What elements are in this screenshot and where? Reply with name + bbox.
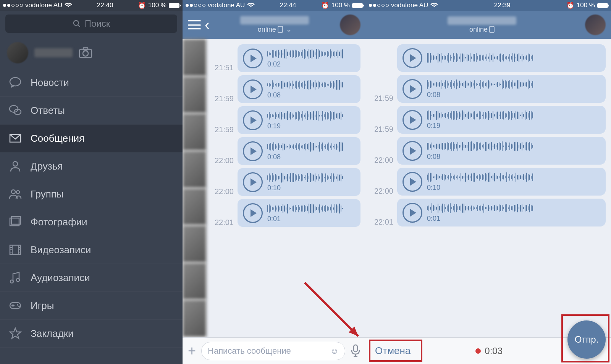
duration-label: 0:10 <box>267 184 355 192</box>
sidebar-item-gamepad[interactable]: Игры <box>0 292 183 320</box>
play-button[interactable] <box>402 48 422 68</box>
play-button[interactable] <box>402 110 422 130</box>
duration-label: 0:01 <box>427 215 600 223</box>
voice-message[interactable]: 0:19 <box>397 106 606 134</box>
carrier-label: vodafone AU <box>391 2 428 9</box>
sidebar-item-replies[interactable]: Ответы <box>0 97 183 125</box>
chat-avatar[interactable] <box>585 15 606 35</box>
wifi-icon <box>247 3 255 8</box>
play-button[interactable] <box>402 141 422 161</box>
online-status: online <box>383 26 581 34</box>
play-button[interactable] <box>243 49 263 68</box>
play-button[interactable] <box>243 203 263 223</box>
menu-icon[interactable] <box>188 20 201 29</box>
sidebar-item-label: Аудиозаписи <box>31 272 90 284</box>
messages-list[interactable]: 21:510:0221:590:0821:590:1922:000:0822:0… <box>206 39 366 337</box>
voice-message-row: 21:590:19 <box>366 104 611 135</box>
sidebar-item-label: Друзья <box>31 160 63 172</box>
play-button[interactable] <box>402 172 422 192</box>
chat-screen-recording: vodafone AU 22:39 ⏰ 100 % online 21:590:… <box>366 0 611 364</box>
play-button[interactable] <box>402 79 422 99</box>
duration-label: 0:19 <box>267 122 355 130</box>
play-button[interactable] <box>243 172 263 192</box>
play-button[interactable] <box>243 141 263 161</box>
sidebar-item-label: Ответы <box>31 105 65 116</box>
photos-icon <box>8 215 22 229</box>
voice-message[interactable]: 0:08 <box>397 75 606 103</box>
sidebar-item-music[interactable]: Аудиозаписи <box>0 264 183 292</box>
voice-message-row: 22:000:08 <box>206 136 366 167</box>
chat-header: ‹ online ⌄ <box>183 11 366 39</box>
duration-label: 0:08 <box>427 91 600 99</box>
play-icon <box>410 116 416 124</box>
svg-line-1 <box>78 25 80 27</box>
voice-message-row: 21:590:19 <box>206 105 366 136</box>
message-input[interactable]: Написать сообщение ☺ <box>201 342 345 360</box>
voice-message[interactable]: 0:01 <box>397 199 606 226</box>
online-status: online ⌄ <box>213 25 336 34</box>
profile-row[interactable] <box>0 37 183 69</box>
messages-list[interactable]: 21:590:0821:590:1922:000:0822:000:1022:0… <box>366 39 611 337</box>
video-icon <box>8 243 22 257</box>
emoji-icon[interactable]: ☺ <box>330 346 339 356</box>
contact-strip-blur <box>183 39 206 337</box>
clock-label: 22:39 <box>494 2 511 9</box>
music-icon <box>8 271 22 285</box>
voice-message[interactable]: 0:08 <box>238 137 360 165</box>
alarm-icon: ⏰ <box>321 2 329 10</box>
sidebar-menu: НовостиОтветыСообщенияДрузьяГруппыФотогр… <box>0 69 183 348</box>
play-icon <box>410 54 416 62</box>
message-time: 22:01 <box>371 218 393 226</box>
play-button[interactable] <box>402 203 422 223</box>
search-input[interactable]: Поиск <box>5 15 177 33</box>
waveform <box>267 110 355 121</box>
voice-message[interactable]: 0:08 <box>238 75 360 103</box>
person-icon <box>8 159 22 173</box>
profile-name-blur <box>34 48 73 57</box>
voice-message[interactable]: 0:01 <box>238 199 360 227</box>
waveform <box>427 141 600 152</box>
cancel-button[interactable]: Отмена <box>371 343 414 359</box>
chat-title-blur <box>448 16 516 25</box>
svg-rect-36 <box>490 26 494 32</box>
voice-message-row: 21:510:02 <box>206 43 366 74</box>
voice-message[interactable]: 0:10 <box>238 168 360 196</box>
sidebar-item-photos[interactable]: Фотографии <box>0 208 183 236</box>
voice-message[interactable]: 0:19 <box>238 106 360 134</box>
chat-screen-input: vodafone AU 22:44 ⏰ 100 % ‹ online ⌄ 21:… <box>183 0 366 364</box>
microphone-icon[interactable] <box>351 344 360 358</box>
play-icon <box>410 178 416 186</box>
voice-message[interactable]: 0:08 <box>397 137 606 165</box>
back-button[interactable]: ‹ <box>205 17 210 33</box>
voice-message[interactable]: 0:10 <box>397 168 606 196</box>
sidebar-item-person[interactable]: Друзья <box>0 152 183 180</box>
waveform <box>267 79 355 91</box>
send-button[interactable]: Отпр. <box>567 320 606 359</box>
message-time: 22:00 <box>212 187 234 196</box>
svg-point-3 <box>83 51 88 56</box>
sidebar-item-label: Видеозаписи <box>31 244 91 256</box>
voice-message[interactable]: 0:02 <box>238 44 360 72</box>
sidebar-item-speech[interactable]: Новости <box>0 69 183 97</box>
recording-indicator-icon <box>475 348 481 354</box>
battery-label: 100 % <box>331 2 350 9</box>
sidebar-item-star[interactable]: Закладки <box>0 320 183 348</box>
play-button[interactable] <box>243 79 263 99</box>
mobile-icon <box>278 26 283 33</box>
waveform <box>427 79 600 90</box>
chat-avatar[interactable] <box>340 15 360 35</box>
sidebar-item-video[interactable]: Видеозаписи <box>0 236 183 264</box>
play-icon <box>251 178 257 186</box>
camera-icon[interactable] <box>79 47 92 58</box>
avatar <box>7 42 28 63</box>
play-icon <box>251 86 257 93</box>
sidebar-item-envelope[interactable]: Сообщения <box>0 125 183 152</box>
waveform <box>267 141 355 152</box>
voice-message[interactable] <box>397 44 606 72</box>
svg-point-23 <box>10 280 13 283</box>
gamepad-icon <box>8 299 22 312</box>
play-button[interactable] <box>243 110 263 130</box>
sidebar-item-people[interactable]: Группы <box>0 180 183 208</box>
attach-button[interactable]: + <box>188 343 196 359</box>
voice-message-row: 21:590:08 <box>366 73 611 104</box>
